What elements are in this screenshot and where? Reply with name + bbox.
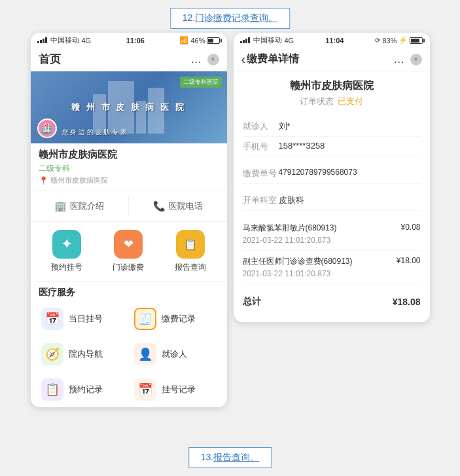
service-payment-label: 缴费记录 — [162, 313, 196, 325]
quick-buttons: ✦ 预约挂号 ❤ 门诊缴费 📋 报告查询 — [31, 222, 227, 282]
carrier-2: 中国移动 — [253, 35, 282, 45]
payment-label: 门诊缴费 — [113, 262, 144, 273]
phone1: 中国移动 4G 11:06 📶 46% 首页 ... × — [31, 33, 227, 407]
back-arrow-icon: ‹ — [241, 52, 246, 67]
service-nav-label: 院内导航 — [69, 348, 103, 360]
service-patient[interactable]: 👤 就诊人 — [129, 337, 222, 372]
hospital-avatar: 🏥 — [37, 119, 57, 138]
payment-icon: ❤ — [114, 230, 143, 259]
nav-dots-1[interactable]: ... — [191, 54, 202, 65]
service-navigation[interactable]: 🧭 院内导航 — [36, 337, 129, 372]
screen-rotation-icon: ⟳ — [375, 37, 380, 44]
phone-icon: 📞 — [153, 200, 166, 212]
service-same-day-label: 当日挂号 — [69, 313, 103, 325]
battery-fill-1 — [208, 39, 213, 43]
wifi-icon-1: 📶 — [179, 36, 188, 45]
hospital-intro-button[interactable]: 🏢 医院介绍 — [31, 196, 129, 216]
hospital-intro-label: 医院介绍 — [70, 200, 104, 212]
network-1: 4G — [82, 37, 92, 45]
order-label: 缴费单号 — [243, 168, 279, 179]
services-section-title: 医疗服务 — [31, 282, 227, 301]
patient-icon: 👤 — [134, 343, 156, 365]
status-bar-2: 中国移动 4G 11:04 ⟳ 83% ⚡ — [234, 33, 430, 48]
status-left-1: 中国移动 4G — [37, 35, 92, 45]
phone2: 中国移动 4G 11:04 ⟳ 83% ⚡ ‹ 缴费单详情 ... — [234, 33, 430, 322]
nav-dots-2[interactable]: ... — [394, 54, 404, 65]
total-value: ¥18.08 — [393, 297, 421, 307]
medicine-price-1: ¥0.08 — [400, 223, 420, 232]
time-2: 11:04 — [325, 37, 344, 45]
hospital-phone-label: 医院电话 — [169, 200, 203, 212]
report-button[interactable]: 📋 报告查询 — [175, 230, 206, 273]
spacer4 — [243, 284, 421, 289]
medicine-item-2: 副主任医师门诊诊查费(680913) ¥18.00 2021-03-22 11:… — [243, 251, 421, 284]
appointment-icon: ✦ — [52, 230, 81, 259]
medicine-date-1: 2021-03-22 11:01:20.873 — [243, 236, 421, 245]
nav-close-1[interactable]: × — [207, 54, 219, 65]
hospital-address: 📍 赣州市皮肤病医院 — [39, 175, 219, 185]
payment-hospital-name: 赣州市皮肤病医院 — [243, 79, 421, 93]
bottom-label-number: 13. — [201, 452, 213, 462]
status-bar-1: 中国移动 4G 11:06 📶 46% — [31, 33, 227, 48]
nav-title-1: 首页 — [39, 52, 61, 67]
time-1: 11:06 — [126, 37, 145, 45]
appointment-button[interactable]: ✦ 预约挂号 — [51, 230, 82, 273]
location-icon: 📍 — [39, 176, 48, 185]
phone-row: 手机号 158****3258 — [243, 137, 421, 157]
back-button[interactable]: ‹ 缴费单详情 — [241, 52, 300, 67]
payment-status-row: 订单状态 已支付 — [243, 96, 421, 107]
building-icon: 🏢 — [54, 200, 67, 212]
hospital-name: 赣州市皮肤病医院 — [39, 149, 219, 161]
phone-label: 手机号 — [243, 141, 279, 153]
bottom-label: 13.报告查询。 — [188, 447, 272, 468]
reg-record-icon: 📅 — [134, 378, 156, 401]
nav-bar-1: 首页 ... × — [31, 48, 227, 71]
battery-icon-2 — [410, 37, 423, 44]
medicine-name-2: 副主任医师门诊诊查费(680913) — [243, 256, 391, 267]
service-reg-record[interactable]: 📅 挂号记录 — [129, 372, 222, 407]
top-label-number: 12. — [183, 12, 195, 23]
hospital-info: 赣州市皮肤病医院 二级专科 📍 赣州市皮肤病医院 — [31, 143, 227, 191]
battery-label-1: 46% — [190, 37, 205, 45]
total-label: 总计 — [243, 296, 261, 308]
spacer2 — [243, 184, 421, 191]
patient-label: 就诊人 — [243, 120, 279, 132]
payment-detail: 赣州市皮肤病医院 订单状态 已支付 就诊人 刘* 手机号 158****3258… — [234, 71, 430, 322]
service-reg-label: 挂号记录 — [162, 384, 196, 395]
close-icon-1: × — [211, 56, 215, 63]
payment-button[interactable]: ❤ 门诊缴费 — [113, 230, 144, 273]
top-label-text: 门诊缴费记录查询。 — [195, 12, 277, 23]
appointment-label: 预约挂号 — [51, 262, 82, 273]
hospital-banner: 赣 州 市 皮 肤 病 医 院 🏥 您 身 边 的 皮 肤 专 家 二级专科医院 — [31, 71, 227, 143]
battery-label-2: 83% — [382, 37, 397, 45]
status-right-2: ⟳ 83% ⚡ — [375, 36, 423, 45]
patient-row: 就诊人 刘* — [243, 117, 421, 137]
top-label: 12.门诊缴费记录查询。 — [170, 8, 290, 29]
medicine-name-1: 马来酸氯苯那敏片(680913) — [243, 223, 396, 234]
medicine-price-2: ¥18.00 — [397, 256, 421, 265]
total-row: 总计 ¥18.08 — [243, 289, 421, 314]
battery-icon-1 — [207, 37, 220, 44]
service-payment-record[interactable]: 🧾 缴费记录 — [129, 301, 222, 337]
signal-icon — [37, 37, 47, 43]
report-icon: 📋 — [176, 230, 205, 259]
appt-record-icon: 📋 — [41, 378, 63, 401]
service-appointment-record[interactable]: 📋 预约记录 — [36, 372, 129, 407]
dept-row: 开单科室 皮肤科 — [243, 191, 421, 211]
patient-value: 刘* — [279, 120, 421, 132]
banner-hospital-name: 赣 州 市 皮 肤 病 医 院 — [71, 101, 185, 113]
phone-value: 158****3258 — [279, 141, 421, 153]
hospital-badge: 二级专科医院 — [180, 77, 222, 88]
medicine-top-2: 副主任医师门诊诊查费(680913) ¥18.00 — [243, 256, 421, 267]
battery-fill-2 — [411, 39, 419, 43]
carrier-1: 中国移动 — [50, 35, 79, 45]
service-patient-label: 就诊人 — [162, 348, 187, 360]
report-label: 报告查询 — [175, 262, 206, 273]
bottom-label-text: 报告查询。 — [213, 452, 259, 462]
service-same-day-reg[interactable]: 📅 当日挂号 — [36, 301, 129, 337]
hospital-type: 二级专科 — [39, 163, 219, 174]
charging-icon: ⚡ — [398, 36, 408, 45]
nav-close-2[interactable]: × — [410, 54, 422, 65]
hospital-phone-button[interactable]: 📞 医院电话 — [129, 196, 227, 216]
close-icon-2: × — [414, 56, 418, 63]
